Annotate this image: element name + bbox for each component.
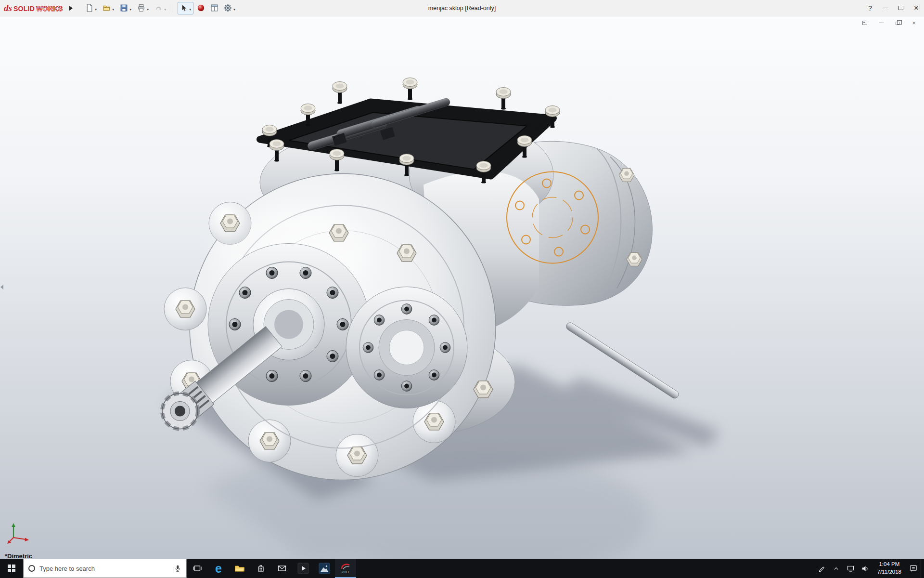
maximize-icon <box>898 6 903 10</box>
print-icon <box>137 4 145 12</box>
microphone-icon[interactable] <box>174 564 181 573</box>
print-button[interactable]: ▼ <box>135 2 151 14</box>
hidden-icons-button[interactable] <box>829 559 844 578</box>
new-document-button[interactable]: ▼ <box>83 2 99 14</box>
solidworks-logo: ds SOLIDWORKS <box>4 3 63 13</box>
volume-button[interactable] <box>858 559 873 578</box>
tray-time: 1:04 PM <box>879 561 899 568</box>
store-icon <box>256 564 266 573</box>
windows-taskbar: e 2017 <box>0 559 924 578</box>
undo-icon <box>154 4 163 12</box>
orientation-triad <box>7 519 32 546</box>
tray-date: 7/11/2018 <box>877 568 901 576</box>
network-icon <box>847 565 855 573</box>
task-view-button[interactable] <box>187 559 208 578</box>
dropdown-caret-icon[interactable]: ▼ <box>112 8 115 11</box>
document-restore-button[interactable] <box>893 19 902 26</box>
graphics-area[interactable]: × *Dimetric <box>0 16 924 559</box>
quick-access-toolbar: ▼ ▼ ▼ ▼ ▼ ▼ <box>83 2 238 14</box>
panel-expand-arrow[interactable] <box>0 285 3 289</box>
pen-icon <box>818 565 826 573</box>
photos-button[interactable] <box>314 559 335 578</box>
mail-icon <box>277 564 287 573</box>
search-input[interactable] <box>39 565 169 572</box>
show-desktop-button[interactable] <box>921 559 924 578</box>
new-document-icon <box>85 4 93 12</box>
display-pane-button[interactable] <box>208 2 220 14</box>
open-button[interactable]: ▼ <box>101 2 116 14</box>
close-button[interactable]: × <box>909 0 924 16</box>
display-pane-icon <box>210 4 218 12</box>
help-button[interactable]: ? <box>862 0 878 16</box>
file-explorer-button[interactable] <box>229 559 250 578</box>
document-close-button[interactable]: × <box>910 19 918 26</box>
volume-icon <box>861 565 869 573</box>
document-minimize-icon <box>879 23 884 23</box>
float-window-button[interactable] <box>860 19 869 26</box>
dropdown-caret-icon[interactable]: ▼ <box>164 8 167 11</box>
action-center-icon <box>909 564 918 573</box>
system-tray: 1:04 PM 7/11/2018 <box>815 559 924 578</box>
movies-tv-button[interactable] <box>293 559 314 578</box>
dropdown-caret-icon[interactable]: ▼ <box>189 8 192 11</box>
taskbar-search[interactable] <box>23 559 187 578</box>
view-orientation-label: *Dimetric <box>5 552 32 559</box>
appearance-sphere-icon <box>197 4 205 12</box>
logo-text-solid: SOLID <box>13 5 35 13</box>
store-button[interactable] <box>250 559 271 578</box>
gearbox-model-render[interactable] <box>0 16 924 559</box>
undo-button[interactable]: ▼ <box>153 2 168 14</box>
solidworks-window: ds SOLIDWORKS ▼ ▼ ▼ ▼ ▼ <box>0 0 924 578</box>
photos-icon <box>319 563 330 574</box>
solidworks-app-icon <box>340 563 351 570</box>
action-center-button[interactable] <box>906 559 921 578</box>
select-tool-button[interactable]: ▼ <box>178 2 193 14</box>
edge-button[interactable]: e <box>208 559 229 578</box>
logo-text-works: WORKS <box>36 5 63 13</box>
minimize-button[interactable] <box>878 0 893 16</box>
options-gear-icon <box>224 4 232 12</box>
cortana-search-icon <box>28 565 35 572</box>
flyout-arrow-icon <box>69 6 73 11</box>
network-button[interactable] <box>844 559 858 578</box>
dassault-logo-icon: ds <box>4 3 12 13</box>
minimize-icon <box>883 8 888 8</box>
chevron-up-icon <box>833 565 840 572</box>
dropdown-caret-icon[interactable]: ▼ <box>129 8 132 11</box>
menu-flyout-arrow[interactable] <box>69 6 73 11</box>
save-button[interactable]: ▼ <box>118 2 134 14</box>
start-button[interactable] <box>0 559 23 578</box>
dropdown-caret-icon[interactable]: ▼ <box>233 8 236 11</box>
windows-ink-button[interactable] <box>815 559 829 578</box>
toolbar-separator <box>173 4 173 13</box>
save-icon <box>120 4 128 12</box>
float-window-icon <box>862 21 867 25</box>
movies-tv-icon <box>297 563 309 574</box>
mail-button[interactable] <box>271 559 293 578</box>
solidworks-version-label: 2017 <box>342 571 349 574</box>
document-minimize-button[interactable] <box>877 19 886 26</box>
triad-axes-icon <box>7 519 32 544</box>
edge-icon: e <box>215 563 222 575</box>
select-cursor-icon <box>180 4 188 12</box>
open-folder-icon <box>103 4 111 12</box>
document-restore-icon <box>896 22 899 25</box>
model-reflection <box>202 455 650 559</box>
file-explorer-icon <box>234 564 245 573</box>
window-controls: ? × <box>862 0 924 16</box>
front-flange[interactable] <box>164 174 496 480</box>
task-view-icon <box>192 564 202 573</box>
dropdown-caret-icon[interactable]: ▼ <box>146 8 149 11</box>
document-title: menjac sklop [Read-only] <box>428 5 496 12</box>
options-button[interactable]: ▼ <box>222 2 238 14</box>
titlebar: ds SOLIDWORKS ▼ ▼ ▼ ▼ ▼ <box>0 0 924 16</box>
windows-logo-icon <box>8 565 15 572</box>
maximize-button[interactable] <box>893 0 909 16</box>
dropdown-caret-icon[interactable]: ▼ <box>94 8 97 11</box>
appearance-button[interactable] <box>195 2 207 14</box>
document-window-controls: × <box>860 19 918 26</box>
clock[interactable]: 1:04 PM 7/11/2018 <box>873 559 906 578</box>
solidworks-app-button[interactable]: 2017 <box>335 559 356 578</box>
